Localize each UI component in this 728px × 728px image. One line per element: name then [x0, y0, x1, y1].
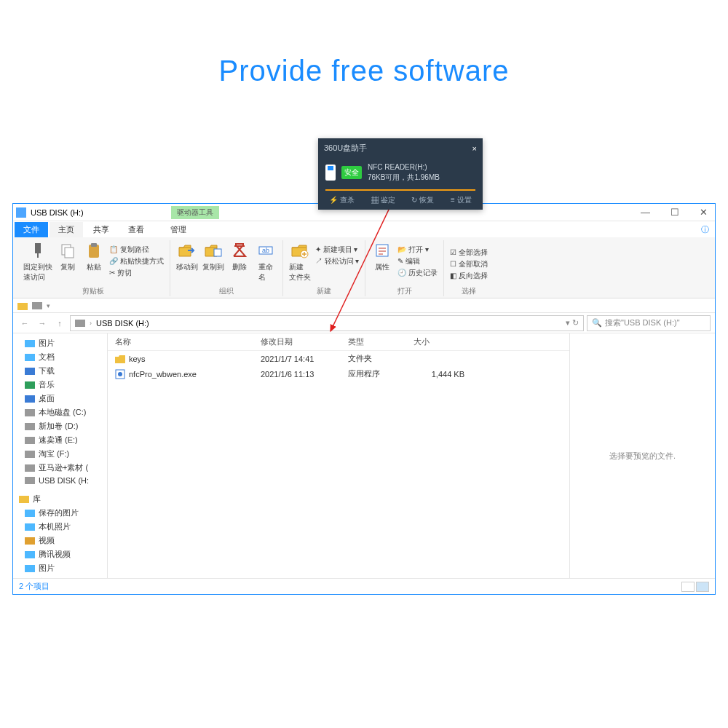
svg-rect-5: [91, 243, 97, 247]
tab-home[interactable]: 主页: [50, 222, 83, 237]
table-row[interactable]: keys2021/1/7 14:41文件夹: [108, 351, 569, 366]
group-open: 打开: [397, 285, 412, 296]
tab-share[interactable]: 共享: [84, 222, 118, 237]
cut-button[interactable]: ✂ 剪切: [109, 268, 164, 278]
svg-text:ab: ab: [262, 247, 269, 254]
sidebar-item[interactable]: 视频: [13, 534, 107, 547]
help-icon[interactable]: ⓘ: [695, 222, 715, 237]
properties-button[interactable]: 属性: [371, 240, 393, 272]
details-view-button[interactable]: [681, 582, 695, 592]
sidebar-item[interactable]: USB DISK (H:: [13, 475, 107, 486]
svg-point-35: [118, 372, 122, 376]
usb-space: 76KB可用，共1.96MB: [368, 173, 440, 183]
breadcrumb-segment[interactable]: USB DISK (H:): [96, 319, 149, 328]
sidebar-item[interactable]: 音乐: [13, 378, 107, 392]
folder-icon: [17, 301, 28, 311]
window-title: USB DISK (H:): [31, 208, 84, 217]
up-button[interactable]: ↑: [52, 316, 67, 331]
sidebar-item[interactable]: 图片: [13, 336, 107, 350]
sidebar-item[interactable]: 亚马逊+素材 (: [13, 461, 107, 475]
svg-rect-22: [25, 451, 35, 458]
close-icon[interactable]: ×: [472, 144, 477, 153]
usb-action-verify[interactable]: ▦ 鉴定: [371, 195, 395, 205]
sidebar-item[interactable]: 腾讯视频: [13, 547, 107, 561]
table-row[interactable]: nfcPro_wbwen.exe2021/1/6 11:13应用程序1,444 …: [108, 366, 569, 381]
rename-button[interactable]: ab重命 名: [255, 240, 277, 282]
group-organize: 组织: [219, 285, 234, 296]
sidebar-item[interactable]: 文档: [13, 350, 107, 364]
ribbon: 固定到快 速访问 复制 粘贴 📋 复制路径 🔗 粘贴快捷方式 ✂ 剪切 剪贴板 …: [13, 237, 715, 298]
sidebar-item[interactable]: 图片: [13, 561, 107, 575]
column-headers[interactable]: 名称 修改日期 类型 大小: [108, 333, 569, 351]
sidebar-item[interactable]: 桌面: [13, 392, 107, 405]
svg-rect-23: [25, 464, 35, 472]
tab-view[interactable]: 查看: [119, 222, 153, 237]
status-text: 2 个项目: [19, 581, 50, 592]
preview-pane: 选择要预览的文件.: [569, 333, 715, 578]
delete-button[interactable]: 删除: [229, 240, 250, 272]
invert-select-button[interactable]: ◧ 反向选择: [450, 271, 488, 281]
select-none-button[interactable]: ☐ 全部取消: [450, 259, 488, 269]
drive-icon: [16, 207, 26, 218]
usb-action-settings[interactable]: ≡ 设置: [451, 195, 472, 205]
usb-helper-popup: 360U盘助手 × 安全 NFC READER(H:) 76KB可用，共1.96…: [318, 138, 483, 210]
svg-rect-21: [25, 437, 35, 444]
pin-button[interactable]: 固定到快 速访问: [23, 240, 52, 282]
forward-button[interactable]: →: [35, 316, 50, 331]
search-input[interactable]: 🔍 搜索"USB DISK (H:)": [587, 315, 711, 331]
sidebar-item[interactable]: 本机照片: [13, 520, 107, 534]
svg-rect-10: [376, 245, 388, 256]
tab-file[interactable]: 文件: [15, 222, 48, 237]
easy-access-button[interactable]: ↗ 轻松访问 ▾: [315, 256, 360, 266]
group-select: 选择: [462, 285, 476, 296]
sidebar-item[interactable]: 本地磁盘 (C:): [13, 405, 107, 419]
drive-icon: [32, 301, 42, 311]
new-item-button[interactable]: ✦ 新建项目 ▾: [315, 245, 360, 255]
history-button[interactable]: 🕘 历史记录: [397, 268, 438, 278]
svg-rect-13: [75, 320, 85, 327]
status-bar: 2 个项目: [13, 578, 715, 594]
drive-tools-tab[interactable]: 驱动器工具: [171, 206, 219, 219]
svg-rect-12: [32, 302, 42, 309]
copyto-button[interactable]: 复制到: [202, 240, 224, 272]
svg-rect-6: [214, 249, 221, 256]
usb-action-scan[interactable]: ⚡ 查杀: [329, 195, 355, 205]
close-button[interactable]: ✕: [695, 207, 712, 218]
quick-access-toolbar: ▾: [13, 298, 715, 313]
minimize-button[interactable]: —: [636, 207, 654, 218]
sidebar-libraries[interactable]: 库: [13, 492, 107, 506]
new-folder-button[interactable]: 新建 文件夹: [289, 240, 311, 282]
chevron-down-icon[interactable]: ▾: [47, 302, 50, 309]
maximize-button[interactable]: ☐: [666, 207, 684, 218]
usb-action-recover[interactable]: ↻ 恢复: [411, 195, 434, 205]
svg-rect-25: [19, 496, 29, 503]
sidebar-item[interactable]: 保存的图片: [13, 506, 107, 520]
open-button[interactable]: 📂 打开 ▾: [397, 245, 438, 255]
copy-path-button[interactable]: 📋 复制路径: [109, 245, 164, 255]
select-all-button[interactable]: ☑ 全部选择: [450, 248, 488, 258]
moveto-button[interactable]: 移动到: [176, 240, 198, 272]
usb-popup-title: 360U盘助手: [324, 143, 367, 154]
headline: Provide free software: [0, 0, 728, 87]
tab-manage[interactable]: 管理: [162, 222, 195, 237]
icons-view-button[interactable]: [696, 582, 709, 592]
sidebar-item[interactable]: 下载: [13, 364, 107, 378]
breadcrumb[interactable]: › USB DISK (H:) ▾ ↻: [70, 315, 584, 331]
sidebar-item[interactable]: 淘宝 (F:): [13, 447, 107, 461]
copy-button[interactable]: 复制: [57, 240, 79, 272]
sidebar-item[interactable]: 新加卷 (D:): [13, 419, 107, 433]
svg-rect-18: [25, 395, 35, 403]
paste-shortcut-button[interactable]: 🔗 粘贴快捷方式: [109, 256, 164, 266]
edit-button[interactable]: ✎ 编辑: [397, 256, 438, 266]
usb-device-name: NFC READER(H:): [368, 162, 440, 173]
sidebar-item[interactable]: 速卖通 (E:): [13, 433, 107, 447]
svg-rect-24: [25, 477, 35, 484]
svg-rect-30: [25, 565, 35, 572]
svg-rect-17: [25, 381, 35, 389]
paste-button[interactable]: 粘贴: [83, 240, 105, 272]
address-bar: ← → ↑ › USB DISK (H:) ▾ ↻ 🔍 搜索"USB DISK …: [13, 313, 715, 333]
svg-rect-1: [35, 243, 41, 253]
svg-rect-11: [17, 303, 28, 310]
svg-rect-14: [25, 340, 35, 347]
back-button[interactable]: ←: [17, 316, 32, 331]
